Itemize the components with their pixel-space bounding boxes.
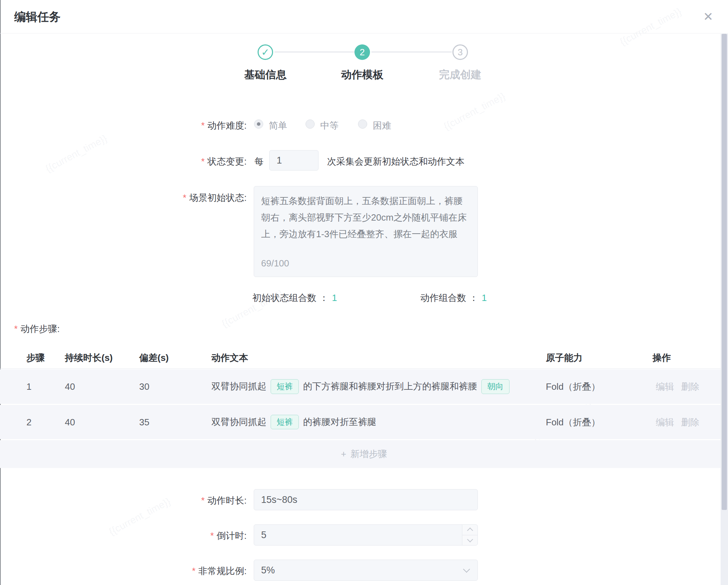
scrollbar-track[interactable] bbox=[721, 34, 728, 585]
required-asterisk: * bbox=[201, 495, 205, 506]
cell-ability: Fold（折叠） bbox=[546, 381, 600, 393]
object-tag: 短裤 bbox=[271, 379, 299, 394]
cell-action-text: 双臂协同抓起短裤的下方裤腿和裤腰对折到上方的裤腿和裤腰朝向 bbox=[211, 379, 510, 394]
countdown-label: *倒计时: bbox=[0, 530, 247, 542]
difficulty-label: *动作难度: bbox=[0, 119, 247, 132]
cell-action-text: 双臂协同抓起短裤的裤腰对折至裤腿 bbox=[211, 415, 376, 430]
chevron-down-icon bbox=[467, 536, 473, 542]
char-counter: 69/100 bbox=[261, 255, 289, 272]
dialog-header: 编辑任务 ✕ bbox=[0, 0, 728, 33]
difficulty-radio-medium-label[interactable]: 中等 bbox=[320, 119, 339, 132]
chevron-up-icon bbox=[467, 528, 473, 534]
required-asterisk: * bbox=[201, 120, 205, 131]
action-steps-label: *动作步骤: bbox=[14, 323, 60, 335]
col-operation: 操作 bbox=[653, 351, 671, 364]
edit-task-dialog: {{current_time}} {{current_time}} {{curr… bbox=[0, 0, 728, 585]
required-asterisk: * bbox=[210, 530, 214, 541]
cell-ability: Fold（折叠） bbox=[546, 416, 600, 428]
required-asterisk: * bbox=[192, 566, 196, 576]
col-duration: 持续时长(s) bbox=[65, 351, 113, 364]
step-1-indicator-check-icon: ✓ bbox=[258, 44, 273, 60]
state-change-count-input[interactable]: 1 bbox=[269, 150, 319, 171]
edit-button[interactable]: 编辑 bbox=[656, 381, 674, 393]
chevron-down-icon bbox=[463, 566, 470, 573]
initial-combo-value: 1 bbox=[332, 292, 337, 303]
required-asterisk: * bbox=[201, 156, 205, 167]
countdown-input[interactable]: 5 bbox=[254, 524, 478, 546]
step-connector bbox=[274, 51, 354, 53]
state-change-label: *状态变更: bbox=[0, 155, 247, 168]
table-row: 1 40 30 双臂协同抓起短裤的下方裤腿和裤腰对折到上方的裤腿和裤腰朝向 Fo… bbox=[0, 369, 728, 404]
state-change-prefix: 每 bbox=[254, 155, 264, 168]
edit-button[interactable]: 编辑 bbox=[656, 416, 674, 428]
close-icon[interactable]: ✕ bbox=[703, 8, 714, 25]
initial-combo-count: 初始状态组合数：1 bbox=[252, 292, 337, 304]
watermark-text: {{current_time}} bbox=[442, 91, 507, 133]
orientation-tag: 朝向 bbox=[481, 379, 510, 394]
action-combo-value: 1 bbox=[482, 292, 487, 303]
col-action: 动作文本 bbox=[211, 351, 248, 364]
required-asterisk: * bbox=[14, 324, 18, 334]
required-asterisk: * bbox=[183, 192, 186, 203]
initial-state-text: 短裤五条数据背面朝上，五条数据正面朝上，裤腰朝右，离头部视野下方至少20cm之外… bbox=[261, 193, 470, 242]
cell-deviation: 35 bbox=[139, 417, 149, 427]
step-connector bbox=[371, 51, 452, 53]
stepper-increase-button[interactable] bbox=[462, 525, 477, 535]
steps-table-header: 步骤 持续时长(s) 偏差(s) 动作文本 原子能力 操作 bbox=[0, 347, 728, 369]
number-stepper bbox=[462, 525, 477, 545]
watermark-text: {{current_time}} bbox=[44, 133, 109, 175]
step-2-indicator: 2 bbox=[354, 44, 370, 60]
difficulty-radio-simple[interactable] bbox=[254, 119, 263, 129]
step-2-label: 动作模板 bbox=[316, 68, 408, 82]
delete-button[interactable]: 删除 bbox=[681, 381, 699, 393]
state-change-suffix: 次采集会更新初始状态和动作文本 bbox=[327, 155, 464, 168]
cell-duration: 40 bbox=[65, 417, 75, 427]
add-step-button[interactable]: + 新增步骤 bbox=[0, 440, 728, 468]
stepper-decrease-button[interactable] bbox=[462, 535, 477, 546]
unusual-ratio-select[interactable]: 5% bbox=[254, 560, 478, 581]
step-3-indicator: 3 bbox=[452, 44, 468, 60]
cell-deviation: 30 bbox=[139, 381, 149, 392]
object-tag: 短裤 bbox=[271, 415, 299, 430]
step-3-label: 完成创建 bbox=[414, 68, 506, 82]
action-duration-label: *动作时长: bbox=[0, 494, 247, 507]
step-1-label: 基础信息 bbox=[220, 68, 311, 82]
scrollbar-thumb[interactable] bbox=[722, 34, 727, 510]
col-ability: 原子能力 bbox=[546, 351, 582, 364]
col-step: 步骤 bbox=[26, 351, 45, 364]
plus-icon: + bbox=[341, 449, 346, 460]
difficulty-radio-hard-label[interactable]: 困难 bbox=[373, 119, 391, 132]
initial-state-label: *场景初始状态: bbox=[0, 192, 247, 204]
difficulty-radio-hard[interactable] bbox=[358, 119, 367, 129]
delete-button[interactable]: 删除 bbox=[681, 416, 699, 428]
difficulty-radio-medium[interactable] bbox=[306, 119, 315, 129]
cell-step: 1 bbox=[26, 381, 31, 392]
action-combo-count: 动作组合数：1 bbox=[420, 292, 487, 304]
col-deviation: 偏差(s) bbox=[139, 351, 169, 364]
action-duration-input[interactable]: 15s~80s bbox=[254, 489, 478, 510]
table-row: 2 40 35 双臂协同抓起短裤的裤腰对折至裤腿 Fold（折叠） 编辑 删除 bbox=[0, 405, 728, 439]
cell-step: 2 bbox=[26, 417, 31, 427]
dialog-title: 编辑任务 bbox=[14, 0, 61, 33]
unusual-ratio-label: *非常规比例: bbox=[0, 565, 247, 577]
cell-duration: 40 bbox=[65, 381, 75, 392]
difficulty-radio-simple-label[interactable]: 简单 bbox=[269, 119, 287, 132]
initial-state-textarea[interactable]: 短裤五条数据背面朝上，五条数据正面朝上，裤腰朝右，离头部视野下方至少20cm之外… bbox=[254, 186, 478, 277]
